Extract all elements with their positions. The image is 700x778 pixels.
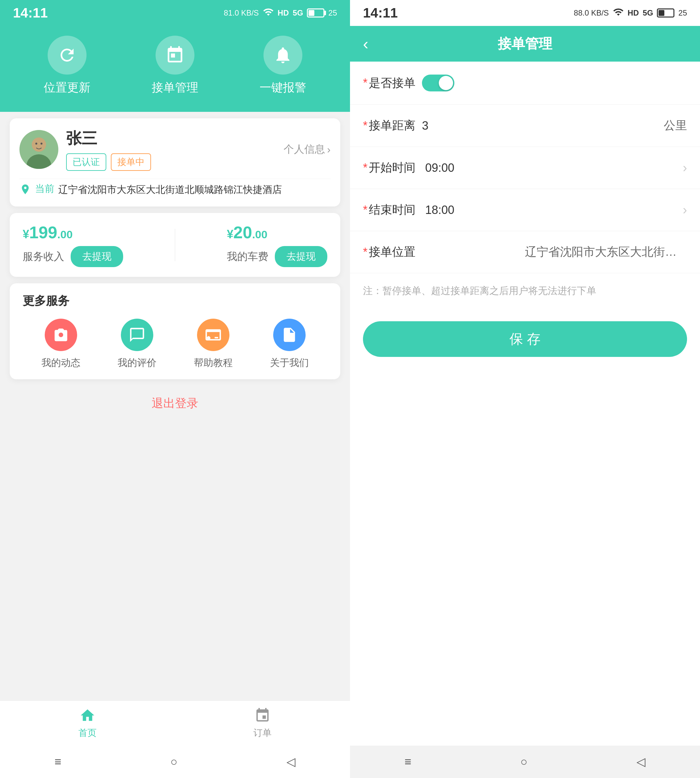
- start-time-chevron: ›: [683, 160, 687, 175]
- order-management-item[interactable]: 接单管理: [152, 36, 198, 96]
- network-icon: 5G: [293, 8, 303, 17]
- back-btn-sys[interactable]: ◁: [287, 755, 295, 769]
- about-icon-bg: [273, 319, 306, 351]
- right-status-icons: 88.0 KB/S HD 5G 25: [574, 7, 687, 20]
- my-dynamic-label: 我的动态: [42, 356, 80, 369]
- toggle-knob: [439, 76, 453, 90]
- right-system-bar: ≡ ○ ◁: [350, 746, 700, 778]
- my-dynamic-icon-bg: [45, 319, 77, 351]
- avatar-image: [20, 130, 58, 169]
- nav-home-label: 首页: [78, 727, 97, 739]
- home-btn[interactable]: ○: [170, 755, 178, 769]
- location-star: *: [363, 245, 368, 259]
- right-time: 14:11: [363, 5, 398, 21]
- car-fee-amount: ¥20.00: [227, 223, 267, 242]
- emergency-item[interactable]: 一键报警: [260, 36, 306, 96]
- home-icon: [79, 707, 96, 723]
- verified-badge: 已认证: [66, 154, 106, 171]
- right-wifi-icon: [613, 7, 624, 20]
- end-time-row[interactable]: * 结束时间 18:00 ›: [350, 189, 700, 231]
- my-review-icon-bg: [121, 319, 153, 351]
- location-row[interactable]: * 接单位置 辽宁省沈阳市大东区大北街道北顺城路锦›: [350, 231, 700, 273]
- nav-orders[interactable]: 订单: [253, 707, 272, 739]
- distance-star: *: [363, 119, 368, 133]
- nav-orders-label: 订单: [253, 727, 272, 739]
- comment-icon: [129, 326, 145, 343]
- location-value: 辽宁省沈阳市大东区大北街道北顺城路锦›: [525, 244, 687, 260]
- svg-point-4: [40, 143, 42, 145]
- wifi-icon: [263, 7, 274, 20]
- start-time-row[interactable]: * 开始时间 09:00 ›: [350, 147, 700, 189]
- back-button[interactable]: ‹: [363, 34, 368, 53]
- location-update-circle: [48, 36, 87, 75]
- start-time-value: 09:00: [425, 161, 454, 175]
- my-review-label: 我的评价: [118, 356, 157, 369]
- order-management-circle: [155, 36, 195, 75]
- about-item[interactable]: 关于我们: [270, 319, 309, 369]
- right-battery-level: 25: [678, 8, 687, 17]
- right-home-btn[interactable]: ○: [520, 755, 528, 769]
- profile-info: 张三 已认证 接单中: [66, 128, 283, 171]
- emergency-circle: [263, 36, 302, 75]
- car-fee-withdraw-btn[interactable]: 去提现: [275, 246, 327, 267]
- right-phone: 14:11 88.0 KB/S HD 5G 25 ‹ 接单管理 * 是否接单: [350, 0, 700, 778]
- my-dynamic-item[interactable]: 我的动态: [42, 319, 80, 369]
- start-time-label: 开始时间: [369, 160, 415, 176]
- distance-label: 接单距离: [369, 118, 415, 134]
- accept-orders-toggle[interactable]: [422, 75, 454, 92]
- location-label: 当前: [35, 182, 55, 195]
- nav-home[interactable]: 首页: [78, 707, 97, 739]
- distance-value[interactable]: 3: [422, 119, 428, 133]
- battery-icon: [307, 8, 324, 17]
- emergency-label: 一键报警: [260, 80, 306, 96]
- more-services-card: 更多服务 我的动态 我的评价 帮助教程: [10, 283, 340, 379]
- page-header: ‹ 接单管理: [350, 26, 700, 62]
- accept-orders-star: *: [363, 76, 368, 90]
- my-review-item[interactable]: 我的评价: [118, 319, 157, 369]
- right-back-btn[interactable]: ◁: [637, 755, 645, 769]
- left-status-bar: 14:11 81.0 KB/S HD 5G 25: [0, 0, 350, 26]
- location-update-item[interactable]: 位置更新: [44, 36, 90, 96]
- save-btn-container: 保 存: [350, 308, 700, 370]
- service-income-bottom: 服务收入 去提现: [23, 246, 123, 267]
- accept-orders-label: 是否接单: [369, 75, 415, 91]
- service-income-withdraw-btn[interactable]: 去提现: [71, 246, 123, 267]
- orders-icon: [254, 707, 271, 723]
- help-item[interactable]: 帮助教程: [194, 319, 233, 369]
- profile-link[interactable]: 个人信息 ›: [283, 142, 330, 157]
- active-badge: 接单中: [111, 154, 151, 171]
- service-income-amount: ¥199.00: [23, 223, 73, 242]
- right-hd-icon: HD: [628, 8, 639, 17]
- wallet-icon: [205, 326, 222, 343]
- car-fee-item: ¥20.00 我的车费 去提现: [227, 223, 327, 267]
- left-time: 14:11: [13, 5, 48, 21]
- svg-point-1: [27, 154, 51, 169]
- profile-card: 张三 已认证 接单中 个人信息 › 当前 辽宁省沈阳市大东区大北街道北顺城路锦江…: [10, 119, 340, 207]
- right-battery-icon: [657, 8, 674, 17]
- menu-btn[interactable]: ≡: [55, 755, 61, 769]
- end-time-label: 结束时间: [369, 202, 415, 218]
- car-fee-bottom: 我的车费 去提现: [227, 246, 327, 267]
- end-time-chevron: ›: [683, 203, 687, 217]
- camera-icon: [52, 326, 69, 343]
- service-income-label: 服务收入: [23, 250, 64, 264]
- logout-button[interactable]: 退出登录: [0, 386, 350, 421]
- end-time-star: *: [363, 203, 368, 217]
- location-text: 辽宁省沈阳市大东区大北街道北顺城路锦江快捷酒店: [58, 182, 282, 197]
- bell-icon: [273, 45, 293, 65]
- car-fee-label: 我的车费: [227, 250, 268, 264]
- hd-icon: HD: [278, 8, 289, 17]
- form-note: 注：暂停接单、超过接单距离之后用户将无法进行下单: [350, 273, 700, 308]
- location-row: 当前 辽宁省沈阳市大东区大北街道北顺城路锦江快捷酒店: [20, 179, 330, 197]
- save-button[interactable]: 保 存: [363, 321, 687, 357]
- right-menu-btn[interactable]: ≡: [405, 755, 411, 769]
- finance-divider: [175, 229, 175, 261]
- profile-top: 张三 已认证 接单中 个人信息 ›: [20, 128, 330, 171]
- help-label: 帮助教程: [194, 356, 233, 369]
- profile-name: 张三: [66, 128, 283, 149]
- left-system-bar: ≡ ○ ◁: [0, 746, 350, 778]
- service-income-item: ¥199.00 服务收入 去提现: [23, 223, 123, 267]
- location-label: 接单位置: [369, 244, 415, 260]
- help-icon-bg: [197, 319, 230, 351]
- accept-orders-row: * 是否接单: [350, 62, 700, 105]
